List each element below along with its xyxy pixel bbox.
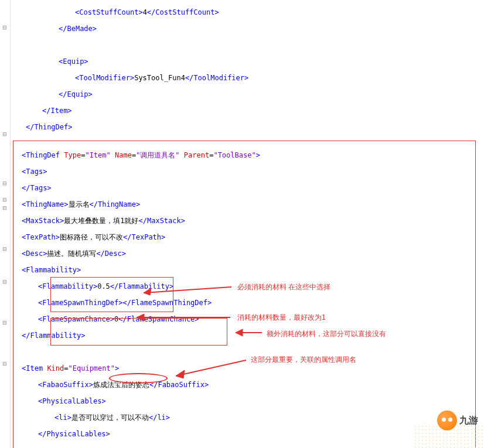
logo: 九游 xyxy=(437,411,478,430)
fold-icon[interactable]: ⊟ xyxy=(2,197,7,203)
annotation-3: 额外消耗的材料，这部分可以直接没有 xyxy=(267,329,386,339)
circle-mark xyxy=(109,373,168,384)
arrow-1 xyxy=(135,281,234,299)
svg-marker-1 xyxy=(144,288,151,295)
logo-text: 九游 xyxy=(459,415,478,427)
arrow-4 xyxy=(167,357,249,381)
annotation-1: 必须消耗的材料 在这些中选择 xyxy=(237,282,330,292)
fold-icon[interactable]: ⊟ xyxy=(2,25,7,30)
fold-icon[interactable]: ⊟ xyxy=(2,361,7,367)
svg-line-0 xyxy=(144,287,231,293)
annotation-4: 这部分最重要，关联的属性调用名 xyxy=(251,355,356,365)
annotation-2: 消耗的材料数量，最好改为1 xyxy=(237,313,326,323)
svg-marker-3 xyxy=(137,314,144,321)
fold-icon[interactable]: ⊟ xyxy=(2,180,7,186)
arrow-2 xyxy=(128,312,233,323)
fold-icon[interactable]: ⊟ xyxy=(2,320,7,326)
fold-icon[interactable]: ⊟ xyxy=(2,246,7,252)
svg-line-6 xyxy=(176,360,246,376)
fold-icon[interactable]: ⊟ xyxy=(2,131,7,137)
arrow-3 xyxy=(230,327,265,338)
svg-marker-5 xyxy=(236,329,243,336)
code-area[interactable]: <CostStuffCount>4</CostStuffCount> </BeM… xyxy=(0,0,484,139)
editor-gutter xyxy=(0,0,11,448)
svg-marker-7 xyxy=(176,370,185,378)
fold-icon[interactable]: ⊟ xyxy=(2,279,7,285)
logo-icon xyxy=(437,411,457,430)
fold-icon[interactable]: ⊟ xyxy=(2,205,7,211)
